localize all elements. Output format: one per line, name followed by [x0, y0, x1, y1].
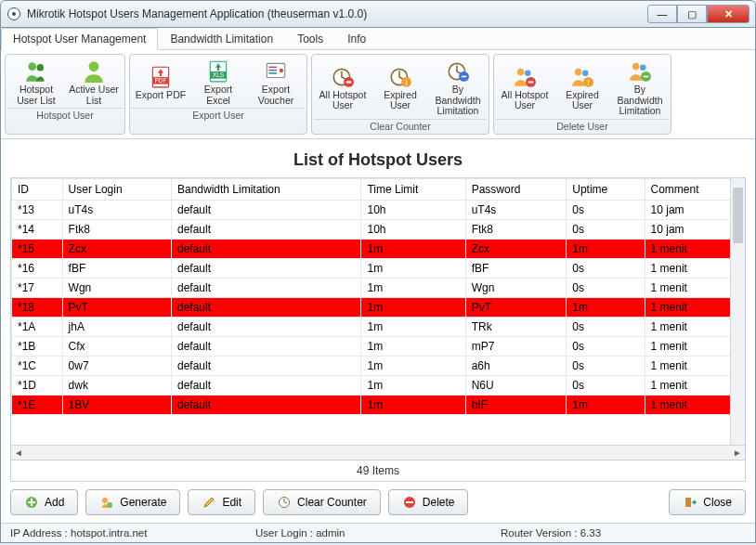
pencil-icon — [202, 495, 216, 510]
table-row[interactable]: *1C0w7default1ma6h0s1 menit — [12, 356, 745, 375]
ribbon-group-delete-user: All Hotspot User ! Expired User By Bandw… — [493, 54, 671, 135]
column-header[interactable]: Time Limit — [361, 178, 465, 200]
minimize-button[interactable]: — — [647, 5, 677, 23]
table-row[interactable]: *14Ftk8default10hFtk80s10 jam — [12, 219, 745, 239]
clear-expired-user-button[interactable]: ! Expired User — [371, 57, 429, 119]
table-cell: default — [171, 356, 361, 375]
clear-all-hotspot-user-button[interactable]: All Hotspot User — [314, 57, 371, 119]
table-cell: *17 — [12, 278, 63, 297]
column-header[interactable]: Bandwidth Limitation — [171, 178, 361, 200]
table-cell: fBF — [62, 258, 171, 278]
table-cell: 1m — [361, 297, 465, 317]
table-row[interactable]: *16fBFdefault1mfBF0s1 menit — [12, 258, 745, 278]
table-row[interactable]: *1AjhAdefault1mTRk0s1 menit — [12, 317, 745, 336]
export-voucher-button[interactable]: Export Voucher — [247, 57, 305, 108]
table-cell: 1BV — [62, 395, 171, 414]
status-router: Router Version : 6.33 — [501, 527, 746, 539]
table-cell: default — [171, 336, 361, 356]
svg-rect-18 — [346, 81, 351, 83]
table-row[interactable]: *15Zcxdefault1mZcx1m1 menit — [12, 239, 745, 258]
vertical-scrollbar[interactable] — [730, 178, 745, 445]
table-cell: 1m — [361, 258, 465, 278]
user-active-icon — [82, 58, 106, 84]
table-cell: default — [171, 239, 361, 258]
table-cell: *15 — [12, 239, 63, 258]
users-warning-icon: ! — [570, 64, 594, 90]
svg-point-37 — [107, 502, 112, 508]
table-row[interactable]: *1E1BVdefault1mbIF1m1 menit — [12, 395, 745, 414]
svg-rect-27 — [528, 81, 533, 83]
table-cell: 0w7 — [62, 356, 171, 375]
table-cell: Zcx — [62, 239, 171, 258]
table-row[interactable]: *17Wgndefault1mWgn0s1 menit — [12, 278, 745, 297]
table-cell: PvT — [465, 297, 567, 317]
table-cell: 10h — [361, 200, 465, 219]
export-pdf-button[interactable]: PDF Export PDF — [132, 57, 189, 108]
delete-by-bandwidth-button[interactable]: By Bandwidth Limitation — [611, 57, 669, 119]
table-cell: uT4s — [62, 200, 171, 219]
table-cell: *1C — [12, 356, 63, 375]
svg-rect-41 — [685, 498, 691, 507]
horizontal-scrollbar[interactable]: ◄► — [11, 445, 745, 460]
table-cell: Wgn — [465, 278, 567, 297]
table-cell: *1B — [12, 336, 63, 356]
clock-warning-icon: ! — [388, 64, 412, 90]
column-header[interactable]: User Login — [62, 178, 171, 200]
svg-rect-13 — [268, 70, 277, 71]
door-icon — [683, 495, 697, 510]
table-cell: 0s — [567, 336, 645, 356]
tab-info[interactable]: Info — [335, 28, 378, 49]
ribbon-group-hotspot-user: Hotspot User List Active User List Hotsp… — [5, 54, 125, 135]
users-green-icon — [24, 58, 48, 84]
delete-all-hotspot-user-button[interactable]: All Hotspot User — [496, 57, 554, 119]
close-button[interactable]: Close — [669, 489, 746, 515]
table-row[interactable]: *18PvTdefault1mPvT1m1 menit — [12, 297, 745, 317]
table-cell: Wgn — [62, 278, 171, 297]
clear-counter-button[interactable]: Clear Counter — [263, 489, 381, 515]
table-row[interactable]: *1Ddwkdefault1mN6U0s1 menit — [12, 375, 745, 395]
tab-hotspot-user-management[interactable]: Hotspot User Management — [1, 28, 158, 50]
tab-tools[interactable]: Tools — [285, 28, 335, 49]
maximize-button[interactable]: ▢ — [677, 5, 707, 23]
items-count: 49 Items — [10, 461, 746, 482]
plus-icon — [24, 495, 39, 510]
generate-button[interactable]: Generate — [85, 489, 180, 515]
table-cell: 10h — [361, 219, 465, 239]
column-header[interactable]: Password — [465, 178, 567, 200]
table-cell: jhA — [62, 317, 171, 336]
table-cell: 1m — [361, 239, 465, 258]
column-header[interactable]: Uptime — [567, 178, 645, 200]
close-window-button[interactable]: ✕ — [707, 5, 749, 23]
table-row[interactable]: *13uT4sdefault10huT4s0s10 jam — [12, 200, 745, 219]
column-header[interactable]: ID — [12, 178, 63, 200]
delete-expired-user-button[interactable]: ! Expired User — [554, 57, 611, 119]
add-button[interactable]: Add — [10, 489, 78, 515]
svg-text:XLS: XLS — [213, 71, 225, 78]
svg-point-32 — [632, 63, 640, 71]
tab-bandwidth-limitation[interactable]: Bandwidth Limitation — [158, 28, 285, 49]
edit-button[interactable]: Edit — [188, 489, 255, 515]
table-cell: 0s — [567, 200, 645, 219]
svg-text:PDF: PDF — [155, 77, 167, 84]
ribbon: Hotspot User List Active User List Hotsp… — [1, 50, 755, 139]
delete-button[interactable]: Delete — [388, 489, 469, 515]
table-cell: Zcx — [465, 239, 567, 258]
table-row[interactable]: *1BCfxdefault1mmP70s1 menit — [12, 336, 745, 356]
clear-by-bandwidth-button[interactable]: By Bandwidth Limitation — [429, 57, 487, 119]
app-icon — [7, 6, 21, 21]
minus-icon — [402, 495, 417, 510]
svg-point-36 — [102, 498, 108, 503]
table-cell: *16 — [12, 258, 63, 278]
svg-point-33 — [640, 64, 646, 71]
active-user-list-button[interactable]: Active User List — [65, 57, 123, 108]
ribbon-group-export-user: PDF Export PDF XLS Export Excel Export V… — [129, 54, 307, 135]
table-cell: 0s — [567, 375, 645, 395]
table-cell: a6h — [465, 356, 567, 375]
table-cell: 1m — [567, 395, 645, 414]
table-cell: default — [171, 317, 361, 336]
ribbon-group-clear-counter: All Hotspot User ! Expired User By Bandw… — [311, 54, 489, 135]
status-user: User Login : admin — [255, 527, 501, 539]
hotspot-user-list-button[interactable]: Hotspot User List — [7, 57, 65, 108]
export-excel-button[interactable]: XLS Export Excel — [189, 57, 247, 108]
status-bar: IP Address : hotspot.intra.net User Logi… — [1, 523, 755, 542]
